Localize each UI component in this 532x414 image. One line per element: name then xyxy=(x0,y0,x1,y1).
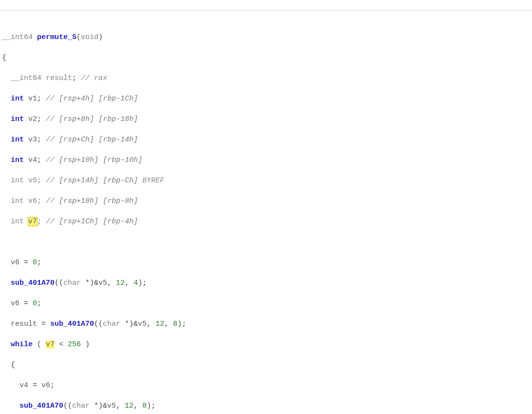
code-line-4[interactable]: int v1; // [rsp+4h] [rbp-1Ch] xyxy=(1,94,532,104)
comment-slash: // xyxy=(81,74,90,82)
code-line-11[interactable] xyxy=(1,237,532,247)
code-line-12[interactable]: v6 = 0; xyxy=(1,257,532,268)
void-token: void xyxy=(81,33,98,41)
code-line-1[interactable]: __int64 permute_S(void) xyxy=(1,32,532,42)
paren-close: ) xyxy=(98,33,103,41)
code-line-15[interactable]: result = sub_401A70((char *)&v5, 12, 8); xyxy=(1,319,532,329)
function-name: permute_S xyxy=(37,33,76,41)
type-token: __int64 xyxy=(11,74,41,82)
var-name: result xyxy=(46,74,72,82)
code-line-3[interactable]: __int64 result; // rax xyxy=(1,73,532,83)
code-line-16[interactable]: while ( v7 < 256 ) xyxy=(1,339,532,350)
top-rule xyxy=(1,10,532,11)
highlighted-v7: v7 xyxy=(46,340,55,349)
type-token: __int64 xyxy=(2,33,33,41)
brace-open: { xyxy=(2,54,6,62)
code-line-19[interactable]: sub_401A70((char *)&v5, 12, 8); xyxy=(1,401,532,411)
keyword-int: int xyxy=(11,95,24,103)
code-line-2[interactable]: { xyxy=(1,53,532,63)
code-line-18[interactable]: v4 = v6; xyxy=(1,380,532,391)
comment-text: rax xyxy=(90,74,107,82)
code-line-6[interactable]: int v3; // [rsp+Ch] [rbp-14h] xyxy=(1,135,532,145)
code-line-5[interactable]: int v2; // [rsp+8h] [rbp-18h] xyxy=(1,114,532,124)
code-line-8[interactable]: int v5; // [rsp+14h] [rbp-Ch] BYREF xyxy=(1,176,532,186)
highlighted-v7: v7 xyxy=(28,217,37,226)
code-line-14[interactable]: v6 = 0; xyxy=(1,298,532,309)
code-line-10[interactable]: int v7; // [rsp+1Ch] [rbp-4h] xyxy=(1,217,532,227)
var-name: v1 xyxy=(28,95,37,103)
code-editor[interactable]: __int64 permute_S(void) { __int64 result… xyxy=(0,0,532,414)
paren-open: ( xyxy=(76,33,81,41)
code-line-9[interactable]: int v6; // [rsp+18h] [rbp-8h] xyxy=(1,196,532,206)
code-line-7[interactable]: int v4; // [rsp+10h] [rbp-10h] xyxy=(1,155,532,165)
code-line-13[interactable]: sub_401A70((char *)&v5, 12, 4); xyxy=(1,278,532,288)
code-line-17[interactable]: { xyxy=(1,360,532,370)
